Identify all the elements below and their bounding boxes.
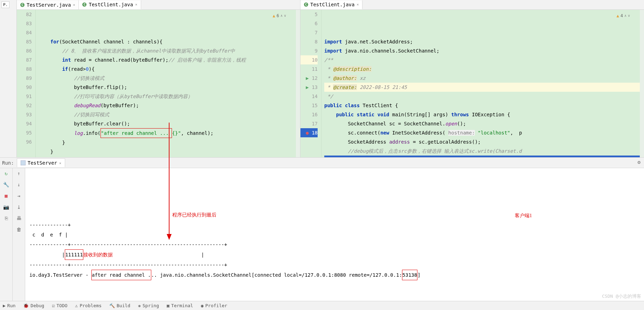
line-number[interactable]: 85 bbox=[17, 37, 32, 46]
line-number[interactable]: 9 bbox=[300, 46, 318, 55]
soft-wrap-icon[interactable]: ⇥ bbox=[16, 193, 22, 199]
line-number[interactable]: 16 bbox=[300, 110, 318, 119]
wrench-icon[interactable]: 🔧 bbox=[3, 181, 9, 188]
line-number[interactable]: 5 bbox=[300, 10, 318, 19]
line-number[interactable]: 10 bbox=[300, 55, 318, 64]
bottom-tab-profiler[interactable]: ◉Profiler bbox=[201, 303, 227, 308]
bottom-tab-todo[interactable]: ☑TODO bbox=[52, 303, 67, 308]
line-number[interactable]: ▶ 12 bbox=[300, 74, 318, 83]
code-line[interactable]: } bbox=[39, 138, 300, 147]
code-line[interactable]: // 8、 接收客户端发送的数据，从channel中读取数据写入到byteBuf… bbox=[39, 46, 300, 55]
file-tab[interactable]: CTestClient.java✕ bbox=[79, 0, 141, 9]
code-line[interactable]: System.out.println("waiting..."); bbox=[324, 156, 644, 157]
file-tab[interactable]: CTestServer.java✕ bbox=[17, 0, 79, 9]
bottom-tab-terminal[interactable]: ▣Terminal bbox=[167, 303, 193, 308]
bottom-tab-problems[interactable]: ⚠Problems bbox=[75, 303, 102, 308]
camera-icon[interactable]: 📷 bbox=[3, 204, 9, 210]
nav-up-icon[interactable]: ∧ bbox=[281, 11, 283, 20]
project-tab[interactable]: P. bbox=[1, 1, 9, 8]
line-number[interactable]: 6 bbox=[300, 19, 318, 28]
bottom-tab-run[interactable]: ▶Run bbox=[3, 303, 15, 308]
stop-button[interactable]: ■ bbox=[3, 193, 9, 199]
bottom-tab-build[interactable]: 🔨Build bbox=[109, 303, 130, 308]
line-number[interactable]: 14 bbox=[300, 92, 318, 101]
up-arrow-icon[interactable]: ↑ bbox=[16, 170, 22, 177]
warning-badge-right[interactable]: ▲ 4 ∧ ∨ bbox=[616, 11, 630, 20]
code-line[interactable]: * @description: bbox=[324, 64, 644, 74]
code-line[interactable]: SocketAddress address = sc.getLocalAddre… bbox=[324, 137, 644, 146]
code-line[interactable]: public static void main(String[] args) t… bbox=[324, 110, 644, 119]
left-code-area[interactable]: ▲ 6 ∧ ∨ for(SocketChannel channel : chan… bbox=[36, 10, 300, 157]
line-number[interactable]: 88 bbox=[17, 64, 32, 74]
rerun-button[interactable]: ↻ bbox=[3, 170, 9, 177]
line-number[interactable]: 94 bbox=[17, 119, 32, 128]
code-line[interactable] bbox=[39, 156, 300, 157]
code-line[interactable]: * @create: 2022-08-15 21:45 bbox=[324, 83, 644, 92]
nav-down-icon[interactable]: ∨ bbox=[628, 11, 630, 20]
nav-up-icon[interactable]: ∧ bbox=[624, 11, 626, 20]
code-line[interactable]: debugRead(byteBuffer); bbox=[39, 101, 300, 110]
exit-icon[interactable]: ⎘ bbox=[3, 215, 9, 221]
line-number[interactable]: 90 bbox=[17, 83, 32, 92]
line-number[interactable]: 15 bbox=[300, 101, 318, 110]
trash-icon[interactable]: 🗑 bbox=[16, 226, 22, 233]
code-line[interactable]: SocketChannel sc = SocketChannel.open(); bbox=[324, 119, 644, 128]
line-number[interactable]: 7 bbox=[300, 28, 318, 37]
code-line[interactable]: public class TestClient { bbox=[324, 101, 644, 110]
code-line[interactable]: import java.net.SocketAddress; bbox=[324, 37, 644, 46]
line-number[interactable]: 91 bbox=[17, 92, 32, 101]
project-tool-strip[interactable]: P. bbox=[0, 0, 17, 157]
line-number[interactable]: 8 bbox=[300, 37, 318, 46]
breakpoint-icon[interactable]: ● bbox=[306, 130, 309, 136]
code-line[interactable]: sc.connect(new InetSocketAddress( hostna… bbox=[324, 128, 644, 137]
code-line[interactable]: //debug模式后，点击src参数，右键选择 输入表达式sc.write(Ch… bbox=[324, 146, 644, 156]
warning-badge[interactable]: ▲ 6 ∧ ∨ bbox=[272, 11, 286, 20]
file-tab[interactable]: CTestClient.java✕ bbox=[300, 0, 362, 9]
code-line[interactable]: /** bbox=[324, 55, 644, 64]
bottom-tab-debug[interactable]: 🐞Debug bbox=[23, 303, 44, 308]
line-number[interactable]: 92 bbox=[17, 101, 32, 110]
console-output[interactable]: 程序已经执行到最后 客户端1 -------------+ c d e f |-… bbox=[25, 168, 644, 310]
run-gutter-icon[interactable]: ▶ bbox=[306, 75, 309, 81]
scroll-to-end-icon[interactable]: ⤓ bbox=[16, 204, 22, 210]
code-line[interactable]: for(SocketChannel channel : channels){ bbox=[39, 37, 300, 46]
line-number[interactable]: 96 bbox=[17, 137, 32, 146]
line-number[interactable]: 83 bbox=[17, 19, 32, 28]
line-number[interactable]: ● 18 bbox=[300, 128, 318, 137]
code-line[interactable]: byteBuffer.clear(); bbox=[39, 119, 300, 128]
line-number[interactable]: ▶ 13 bbox=[300, 83, 318, 92]
code-line[interactable]: byteBuffer.flip(); bbox=[39, 83, 300, 92]
nav-down-icon[interactable]: ∨ bbox=[284, 11, 286, 20]
close-icon[interactable]: ✕ bbox=[73, 3, 75, 7]
right-code-area[interactable]: ▲ 4 ∧ ∨ import java.net.SocketAddress;im… bbox=[321, 10, 644, 157]
line-number[interactable]: 84 bbox=[17, 28, 32, 37]
left-scrollbar[interactable] bbox=[296, 10, 300, 157]
run-gutter-icon[interactable]: ▶ bbox=[306, 84, 309, 90]
line-number[interactable]: 95 bbox=[17, 128, 32, 137]
down-arrow-icon[interactable]: ↓ bbox=[16, 181, 22, 188]
right-scrollbar[interactable] bbox=[640, 10, 644, 157]
code-line[interactable]: */ bbox=[324, 92, 644, 101]
print-icon[interactable]: 🖶 bbox=[16, 215, 22, 221]
code-line[interactable]: //切换回写模式 bbox=[39, 110, 300, 119]
code-line[interactable]: } bbox=[39, 147, 300, 156]
line-number[interactable]: 82 bbox=[17, 10, 32, 19]
line-number[interactable]: 87 bbox=[17, 55, 32, 64]
bottom-tab-spring[interactable]: ❋Spring bbox=[138, 303, 159, 308]
close-icon[interactable]: ✕ bbox=[59, 161, 61, 165]
code-line[interactable]: int read = channel.read(byteBuffer);// 启… bbox=[39, 55, 300, 64]
line-number[interactable]: 89 bbox=[17, 74, 32, 83]
code-line[interactable]: * @author: xz bbox=[324, 74, 644, 83]
line-number[interactable]: 86 bbox=[17, 46, 32, 55]
code-line[interactable]: //打印可读取内容（从byteBuffer中读取数据内容） bbox=[39, 92, 300, 101]
code-line[interactable]: log.info("after read channel ... {}", ch… bbox=[39, 128, 300, 138]
code-line[interactable]: import java.nio.channels.SocketChannel; bbox=[324, 46, 644, 55]
run-config-tab[interactable]: TestServer ✕ bbox=[17, 158, 65, 167]
gear-icon[interactable]: ⚙ bbox=[638, 159, 640, 165]
close-icon[interactable]: ✕ bbox=[356, 2, 359, 6]
line-number[interactable]: 11 bbox=[300, 64, 318, 74]
line-number[interactable]: 93 bbox=[17, 110, 32, 119]
code-line[interactable]: if(read>0){ bbox=[39, 64, 300, 74]
code-line[interactable]: //切换读模式 bbox=[39, 74, 300, 83]
close-icon[interactable]: ✕ bbox=[135, 2, 137, 6]
